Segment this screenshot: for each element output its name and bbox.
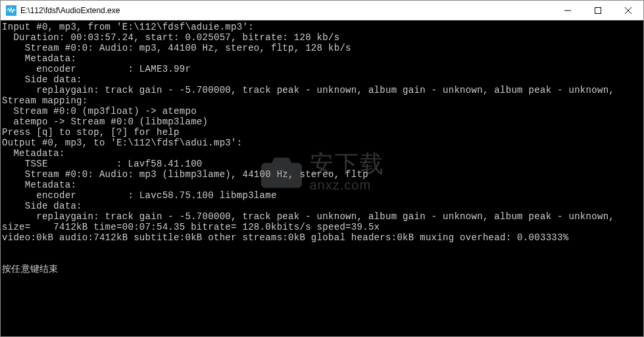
titlebar: E:\112\fdsf\AudioExtend.exe [1,1,643,20]
window-title: E:\112\fdsf\AudioExtend.exe [20,6,553,15]
maximize-button[interactable] [583,1,613,20]
close-button[interactable] [613,1,643,20]
svg-rect-2 [595,7,601,13]
app-icon [6,5,16,16]
minimize-button[interactable] [553,1,583,20]
app-window: E:\112\fdsf\AudioExtend.exe Input #0, mp… [0,0,644,337]
console-output: Input #0, mp3, from 'E:\112\fdsf\aduie.m… [1,20,643,336]
window-controls [553,1,643,20]
